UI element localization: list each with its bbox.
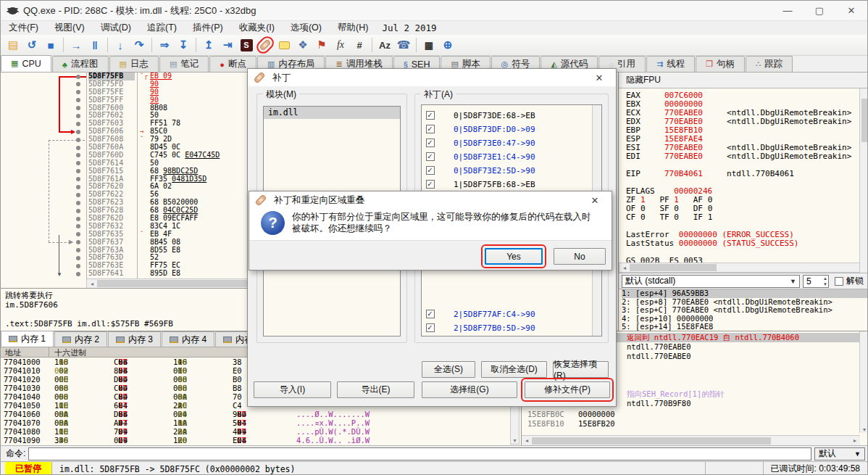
scroll-thumb[interactable] xyxy=(532,437,771,445)
function-icon[interactable]: fx xyxy=(332,36,349,54)
argument-row[interactable]: 5: [esp+14] 15E8FAE8 xyxy=(622,323,868,331)
dump-row[interactable]: 7704107008 00 0A 00A4 D7 04 7718 00 1A 0… xyxy=(1,418,521,427)
breakpoint-dot-icon[interactable] xyxy=(76,248,80,252)
menu-item-o[interactable]: 选项(O) xyxy=(283,22,330,34)
menu-item-i[interactable]: 收藏夹(I) xyxy=(231,22,283,34)
tab-笔记[interactable]: ▤笔记 xyxy=(159,56,209,72)
patch-entry[interactable]: 2|5D8F77B0:5D->90 xyxy=(426,322,535,334)
yes-button[interactable]: Yes xyxy=(485,248,543,265)
breakpoint-dot-icon[interactable] xyxy=(76,240,80,244)
patch-checkbox[interactable] xyxy=(426,310,435,318)
unlock-checkbox[interactable] xyxy=(835,277,843,286)
confirm-dialog-close-icon[interactable]: ✕ xyxy=(584,195,606,206)
scroll-right-icon[interactable]: ▸ xyxy=(850,437,860,445)
command-profile-dropdown[interactable]: 默认 ▼ xyxy=(814,447,865,460)
stack-row[interactable]: 15E8FB0C00000000 xyxy=(522,410,859,419)
pause-icon[interactable]: ‖ xyxy=(86,36,104,54)
patch-checkbox[interactable] xyxy=(426,180,435,189)
scroll-down-icon[interactable]: ▾ xyxy=(863,426,866,433)
scylla-icon[interactable]: S xyxy=(238,36,255,54)
breakpoint-dot-icon[interactable] xyxy=(76,122,80,126)
breakpoint-dot-icon[interactable] xyxy=(76,106,80,110)
deselect-all-button[interactable]: 取消全选(D) xyxy=(481,361,547,378)
calculator-icon[interactable]: ▦ xyxy=(420,36,438,54)
menu-item-p[interactable]: 插件(P) xyxy=(185,22,231,34)
breakpoint-dot-icon[interactable] xyxy=(76,98,80,102)
import-button[interactable]: 导入(I) xyxy=(254,381,331,398)
breakpoint-dot-icon[interactable] xyxy=(76,177,80,181)
tab-句柄[interactable]: ❒句柄 xyxy=(696,56,745,72)
registers-pane[interactable]: 隐藏FPU EAX 007C6000EBX 00000000ECX 770EAB… xyxy=(618,73,868,273)
breakpoint-dot-icon[interactable] xyxy=(76,264,80,268)
command-input[interactable] xyxy=(28,447,811,460)
menu-item-t[interactable]: 追踪(T) xyxy=(139,22,185,34)
tab-日志[interactable]: ▤日志 xyxy=(109,56,159,72)
patch-entry[interactable]: 2|5D8F77AF:C4->90 xyxy=(426,308,535,320)
patch-entry[interactable]: 0|5D8F73DE:68->EB xyxy=(426,110,535,121)
patch-checkbox[interactable] xyxy=(426,125,435,133)
depth-spinner[interactable]: 5 ▲▼ xyxy=(803,275,829,288)
patch-file-button[interactable]: 修补文件(P) xyxy=(525,381,610,398)
memory-tab-3[interactable]: 内存 3 xyxy=(108,331,161,347)
arguments-pane[interactable]: 1: [esp+4] 96A59BB32: [esp+8] 770EABE0 <… xyxy=(618,289,868,331)
internet-icon[interactable]: ⊕ xyxy=(439,36,456,54)
patch-checkbox[interactable] xyxy=(426,111,435,120)
confirm-dialog-titlebar[interactable]: 补丁和重定向区域重叠 ✕ xyxy=(249,191,612,209)
scroll-left-icon[interactable]: ◂ xyxy=(522,437,532,445)
stop-icon[interactable]: ■ xyxy=(42,36,59,54)
breakpoint-dot-icon[interactable] xyxy=(76,224,80,228)
run-to-user-code-icon[interactable]: ⇥ xyxy=(219,36,236,54)
patch-entry[interactable]: 1|5D8F75FB:68->EB xyxy=(426,178,535,190)
registers-vscrollbar[interactable] xyxy=(859,88,868,273)
menu-item-d[interactable]: 调试(D) xyxy=(93,22,139,34)
breakpoint-dot-icon[interactable] xyxy=(76,153,80,157)
preferences-icon[interactable]: ☎ xyxy=(395,36,412,54)
tab-线程[interactable]: ⇉线程 xyxy=(646,56,695,72)
minimize-button[interactable]: — xyxy=(772,1,804,21)
menu-item-h[interactable]: 帮助(H) xyxy=(330,22,376,34)
execute-till-return-icon[interactable]: ↧ xyxy=(175,36,192,54)
patch-entry[interactable]: 0|5D8F73E2:5D->90 xyxy=(426,165,535,176)
restart-icon[interactable]: ↺ xyxy=(23,36,41,54)
tab-cpu[interactable]: ▦CPU xyxy=(1,55,51,72)
memory-tab-1[interactable]: 内存 1 xyxy=(1,331,54,347)
step-out-icon[interactable]: ↥ xyxy=(200,36,217,54)
stack-row[interactable]: 15E8FB1015E8FB20 xyxy=(522,419,859,429)
argument-row[interactable]: 1: [esp+4] 96A59BB3 xyxy=(622,289,868,298)
menu-item-f[interactable]: 文件(F) xyxy=(1,22,46,34)
stack-hscrollbar[interactable]: ◂ ▸ xyxy=(522,435,860,445)
stack-vscrollbar[interactable]: ▾ xyxy=(859,331,868,433)
breakpoint-dot-icon[interactable] xyxy=(76,193,80,197)
close-button[interactable]: ✕ xyxy=(835,1,867,21)
run-icon[interactable]: → xyxy=(67,36,85,54)
bookmark-icon[interactable]: ⚑ xyxy=(313,36,330,54)
breakpoint-dot-icon[interactable] xyxy=(76,114,80,118)
export-button[interactable]: 导出(E) xyxy=(337,381,414,398)
menu-item-v[interactable]: 视图(V) xyxy=(46,22,93,34)
breakpoint-dot-icon[interactable] xyxy=(76,232,80,236)
breakpoint-dot-icon[interactable] xyxy=(76,209,80,213)
breakpoint-dot-icon[interactable] xyxy=(76,90,80,94)
hide-fpu-button[interactable]: 隐藏FPU xyxy=(619,73,868,88)
breakpoint-dot-icon[interactable] xyxy=(76,82,80,86)
breakpoint-dot-icon[interactable] xyxy=(76,185,80,189)
patch-dialog-close-icon[interactable]: ✕ xyxy=(588,73,610,83)
restore-selection-button[interactable]: 恢复选择项(R) xyxy=(553,361,609,378)
label-icon[interactable]: ❖ xyxy=(294,36,312,54)
breakpoint-dot-icon[interactable] xyxy=(76,217,80,221)
dump-row[interactable]: 7704109034 00 36 000C D9 04 771E 00 20 0… xyxy=(1,436,521,445)
run-to-cursor-icon[interactable]: ⇒ xyxy=(156,36,173,54)
breakpoint-dot-icon[interactable] xyxy=(76,146,80,150)
breakpoint-dot-icon[interactable] xyxy=(76,201,80,205)
no-button[interactable]: No xyxy=(554,248,606,265)
comment-icon[interactable] xyxy=(275,36,293,54)
patch-entry[interactable]: 0|5D8F73DF:D0->09 xyxy=(426,123,535,135)
step-over-icon[interactable]: ↷ xyxy=(130,36,148,54)
spinner-arrows-icon[interactable]: ▲▼ xyxy=(823,276,827,287)
patch-checkbox[interactable] xyxy=(426,152,435,161)
maximize-button[interactable]: ▢ xyxy=(804,1,835,21)
select-all-button[interactable]: 全选(S) xyxy=(422,361,475,378)
breakpoint-dot-icon[interactable] xyxy=(76,272,80,276)
open-file-icon[interactable]: ▤ xyxy=(4,36,22,54)
font-icon[interactable]: Az xyxy=(376,36,393,54)
